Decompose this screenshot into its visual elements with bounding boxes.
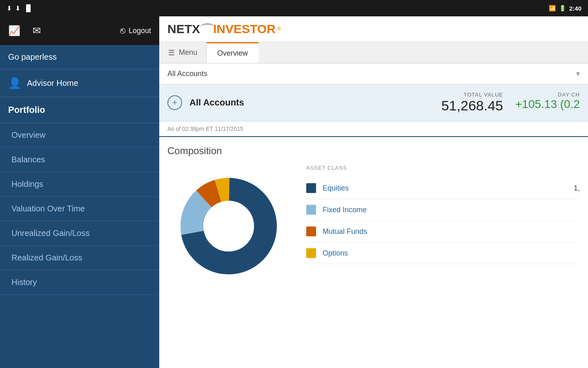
donut-hole [203,201,254,251]
account-name: All Accounts [189,97,441,108]
advisor-icon: 👤 [8,77,21,90]
options-label: Options [323,249,580,258]
sidebar-menu: Overview Balances Holdings Valuation Ove… [0,123,159,295]
fixed-income-label: Fixed Income [323,206,580,214]
download-icon: ⬇ [7,4,12,12]
day-change-label: DAY CH [536,92,580,98]
as-of-text: As of 02:38pm ET 11/17/2015 [167,126,243,132]
advisor-home-label: Advisor Home [27,79,78,88]
mutual-funds-label: Mutual Funds [323,227,580,236]
tabs-bar: ☰ Menu Overview [159,42,588,63]
logout-button[interactable]: ⎋ Logout [120,25,151,36]
sidebar-item-valuation[interactable]: Valuation Over Time [0,197,159,221]
mail-icon[interactable]: ✉ [33,25,41,36]
menu-tab[interactable]: ☰ Menu [159,42,207,63]
download2-icon: ⬇ [15,4,20,12]
logout-icon: ⎋ [120,25,125,36]
options-item[interactable]: Options [306,242,580,264]
account-row: + All Accounts TOTAL VALUE 51,268.45 DAY… [159,84,588,121]
mutual-funds-swatch [306,227,316,236]
day-change-block: DAY CH +105.13 (0.2 [515,92,580,111]
overview-tab[interactable]: Overview [207,42,258,63]
hamburger-icon: ☰ [168,48,175,57]
logout-label: Logout [129,27,151,35]
donut-chart [167,165,290,287]
logo-arc [200,23,215,31]
chevron-down-icon: ▾ [576,69,580,78]
wifi-icon: 📶 [549,5,556,11]
overview-tab-label: Overview [217,49,248,58]
menu-label: Menu [179,48,197,57]
sidebar-item-unrealized[interactable]: Unrealized Gain/Loss [0,221,159,246]
sidebar-item-overview[interactable]: Overview [0,123,159,148]
asset-legend: ASSET CLASS Equities 1, Fixed Income Mut… [306,165,580,264]
clock: 2:40 [569,5,581,12]
netx-text: NETX [167,22,200,36]
composition-section: Composition [159,137,588,368]
total-value-amount: 51,268.45 [441,98,503,114]
equities-value: 1, [574,184,580,193]
sidebar: 📈 ✉ ⎋ Logout Go paperless 👤 Advisor Home… [0,16,159,368]
go-paperless-banner[interactable]: Go paperless [0,45,159,70]
battery-icon: 🔋 [559,5,566,11]
as-of-time: As of 02:38pm ET 11/17/2015 [159,121,588,137]
day-change-amount: +105.13 (0.2 [515,98,580,111]
equities-label: Equities [323,184,574,193]
sidebar-item-history[interactable]: History [0,270,159,295]
sidebar-item-realized[interactable]: Realized Gain/Loss [0,246,159,270]
equities-item[interactable]: Equities 1, [306,177,580,199]
composition-title: Composition [167,145,580,157]
account-selector-label: All Accounts [167,70,207,78]
account-selector[interactable]: All Accounts ▾ [159,63,588,84]
investor-text: INVESTOR [213,22,276,36]
total-value-block: TOTAL VALUE 51,268.45 [441,92,503,114]
chart-icon[interactable]: 📈 [8,25,20,36]
netx-logo: NETXINVESTOR ® [167,22,281,36]
content-area: NETXINVESTOR ® ☰ Menu Overview All Accou… [159,16,588,368]
sidebar-item-balances[interactable]: Balances [0,148,159,172]
registered-mark: ® [277,26,281,32]
fixed-income-item[interactable]: Fixed Income [306,199,580,221]
expand-account-button[interactable]: + [167,95,182,110]
portfolio-header: Portfolio [0,97,159,123]
main-layout: 📈 ✉ ⎋ Logout Go paperless 👤 Advisor Home… [0,16,588,368]
fixed-income-swatch [306,205,316,215]
status-bar: ⬇ ⬇ ▐▌ 📶 🔋 2:40 [0,0,588,16]
options-swatch [306,248,316,258]
total-value-label: TOTAL VALUE [441,92,503,98]
composition-body: ASSET CLASS Equities 1, Fixed Income Mut… [167,165,580,287]
asset-class-header: ASSET CLASS [306,165,580,171]
app-header: NETXINVESTOR ® [159,16,588,42]
sidebar-top-bar: 📈 ✉ ⎋ Logout [0,16,159,45]
barcode-icon: ▐▌ [24,4,33,12]
equities-swatch [306,183,316,193]
advisor-home-item[interactable]: 👤 Advisor Home [0,70,159,97]
sidebar-item-holdings[interactable]: Holdings [0,172,159,197]
status-bar-left: ⬇ ⬇ ▐▌ [7,4,33,12]
go-paperless-label: Go paperless [8,52,57,61]
status-bar-right: 📶 🔋 2:40 [549,5,581,12]
mutual-funds-item[interactable]: Mutual Funds [306,221,580,242]
